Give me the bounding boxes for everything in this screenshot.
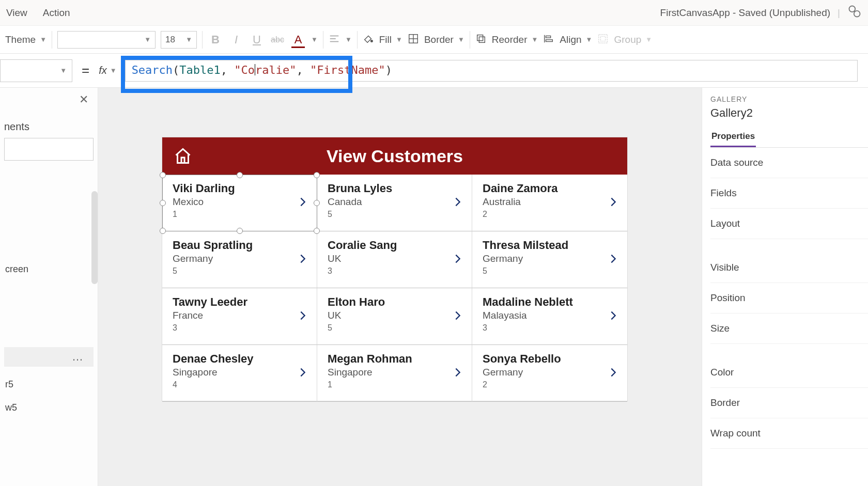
fill-dropdown[interactable]: Fill▼ (379, 34, 402, 45)
strikethrough-button[interactable]: abc (270, 35, 285, 44)
gallery-card[interactable]: Viki DarlingMexico1 (162, 175, 317, 231)
align-dropdown[interactable]: Align▼ (560, 34, 592, 45)
italic-button[interactable]: I (228, 33, 244, 46)
group-dropdown[interactable]: Group▼ (614, 34, 652, 45)
chevron-down-icon: ▼ (110, 67, 117, 74)
property-row[interactable]: Size (710, 313, 868, 344)
text-align-icon[interactable] (329, 33, 340, 46)
gallery[interactable]: Viki DarlingMexico1Bruna LylesCanada5Dai… (162, 175, 627, 402)
gallery-card[interactable]: Tawny LeederFrance3 (162, 288, 317, 345)
reorder-icon[interactable] (475, 33, 487, 46)
theme-label: Theme (5, 34, 36, 45)
border-icon[interactable] (408, 33, 419, 46)
bold-button[interactable]: B (208, 33, 223, 46)
chevron-right-icon[interactable] (452, 310, 463, 323)
tree-search-input[interactable] (4, 138, 94, 161)
chevron-right-icon[interactable] (297, 310, 308, 323)
gallery-card[interactable]: Elton HaroUK5 (317, 288, 472, 345)
align-label: Align (560, 34, 581, 45)
chevron-right-icon[interactable] (297, 196, 308, 210)
properties-panel: GALLERY Gallery2 Properties Data sourceF… (702, 88, 868, 486)
diagnostics-icon[interactable] (847, 4, 862, 21)
card-name: Bruna Lyles (328, 182, 461, 195)
chevron-right-icon[interactable] (452, 196, 463, 210)
gallery-card[interactable]: Daine ZamoraAustralia2 (472, 175, 627, 231)
font-color-button[interactable]: A (290, 33, 306, 46)
gallery-card[interactable]: Thresa MilsteadGermany5 (472, 231, 627, 288)
menu-view[interactable]: View (6, 7, 27, 19)
property-row[interactable]: Layout (710, 209, 868, 239)
property-row[interactable]: Border (710, 388, 868, 418)
underline-button[interactable]: U (249, 33, 265, 46)
svg-rect-12 (546, 36, 551, 38)
property-row[interactable]: Position (710, 283, 868, 313)
border-dropdown[interactable]: Border▼ (424, 34, 464, 45)
formula-token: , (297, 64, 311, 76)
equals-label: = (72, 62, 99, 79)
tree-item[interactable]: creen (4, 264, 94, 275)
reorder-dropdown[interactable]: Reorder▼ (492, 34, 538, 45)
tree-item-selected[interactable]: … (4, 347, 94, 367)
font-family-select[interactable]: ▼ (57, 31, 156, 49)
gallery-card[interactable]: Bruna LylesCanada5 (317, 175, 472, 231)
chevron-right-icon[interactable] (297, 367, 308, 380)
scrollbar[interactable] (91, 191, 98, 284)
chevron-down-icon[interactable]: ▼ (311, 36, 318, 43)
property-row[interactable]: Data source (710, 148, 868, 178)
card-name: Denae Chesley (173, 352, 306, 366)
fill-icon[interactable] (363, 33, 374, 46)
card-name: Daine Zamora (483, 182, 617, 195)
app-title: View Customers (327, 146, 463, 166)
fx-dropdown[interactable]: fx ▼ (99, 65, 125, 76)
app-header: View Customers (162, 137, 627, 175)
gallery-card[interactable]: Coralie SangUK3 (317, 231, 472, 288)
gallery-card[interactable]: Beau SpratlingGermany5 (162, 231, 317, 288)
card-number: 1 (328, 380, 461, 389)
tab-properties[interactable]: Properties (710, 127, 756, 147)
align-icon[interactable] (543, 33, 554, 46)
chevron-down-icon: ▼ (531, 36, 538, 43)
card-number: 5 (173, 266, 306, 276)
tree-view-panel: ✕ nents creen … r5 w5 (0, 88, 98, 486)
svg-rect-15 (601, 36, 606, 41)
chevron-right-icon[interactable] (297, 253, 308, 266)
card-subtitle: Singapore (173, 367, 306, 378)
fill-label: Fill (379, 34, 392, 45)
gallery-card[interactable]: Megan RohmanSingapore1 (317, 345, 472, 402)
chevron-right-icon[interactable] (608, 253, 619, 266)
gallery-card[interactable]: Madaline NeblettMalayasia3 (472, 288, 627, 345)
chevron-right-icon[interactable] (608, 310, 619, 323)
chevron-right-icon[interactable] (608, 367, 619, 380)
card-name: Viki Darling (173, 182, 306, 195)
close-icon[interactable]: ✕ (79, 93, 88, 106)
chevron-right-icon[interactable] (452, 253, 463, 266)
home-icon[interactable] (174, 147, 192, 167)
menu-action[interactable]: Action (43, 7, 70, 19)
formula-token: ) (385, 64, 392, 76)
more-icon[interactable]: … (72, 350, 84, 364)
group-icon[interactable] (597, 33, 609, 46)
formula-input[interactable]: Search(Table1, "Coralie", "FirstName") (125, 60, 858, 82)
property-row[interactable]: Color (710, 357, 868, 388)
property-selector[interactable]: ▼ (0, 59, 72, 82)
property-row[interactable]: Fields (710, 178, 868, 209)
card-name: Tawny Leeder (173, 295, 306, 309)
card-name: Thresa Milstead (483, 239, 617, 252)
property-row[interactable]: Wrap count (710, 418, 868, 449)
svg-point-5 (370, 40, 373, 42)
canvas-area[interactable]: View Customers Viki DarlingMexico1Bruna … (98, 88, 702, 486)
card-subtitle: Germany (173, 253, 306, 264)
chevron-right-icon[interactable] (452, 367, 463, 380)
tree-item[interactable]: r5 (4, 379, 94, 390)
property-row[interactable]: Visible (710, 253, 868, 283)
formula-token-str: "Co (234, 64, 255, 76)
card-subtitle: Germany (483, 253, 617, 264)
chevron-down-icon[interactable]: ▼ (345, 36, 352, 43)
chevron-right-icon[interactable] (608, 196, 619, 210)
gallery-card[interactable]: Sonya RebelloGermany2 (472, 345, 627, 402)
gallery-card[interactable]: Denae ChesleySingapore4 (162, 345, 317, 402)
tree-item[interactable]: w5 (4, 402, 94, 413)
formula-token: ( (173, 64, 179, 76)
font-size-select[interactable]: 18▼ (161, 31, 197, 49)
theme-dropdown[interactable]: Theme▼ (5, 34, 47, 45)
